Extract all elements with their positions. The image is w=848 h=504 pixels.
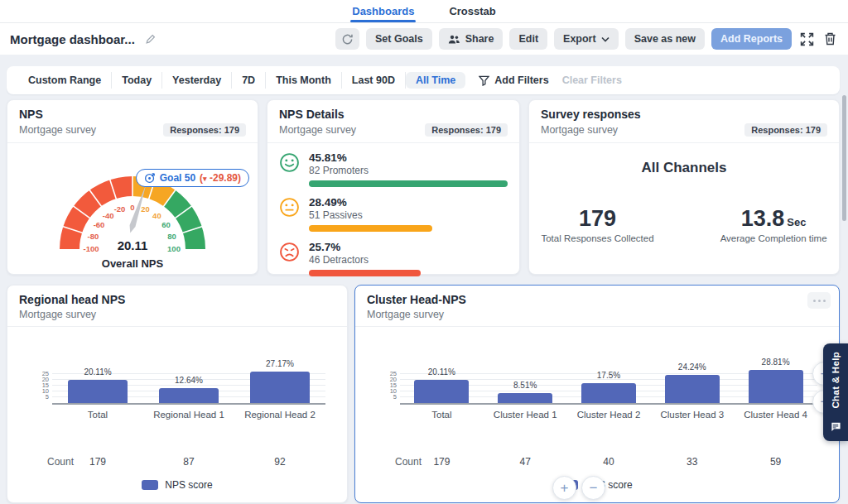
svg-text:-40: -40 bbox=[103, 211, 114, 220]
count-value: 59 bbox=[734, 456, 817, 468]
nps-card: NPS Mortgage survey Responses: 179 Goal … bbox=[7, 99, 258, 275]
goal-target-icon bbox=[144, 172, 156, 184]
chart-zoom-in-button[interactable]: + bbox=[552, 476, 576, 500]
add-filters-button[interactable]: Add Filters bbox=[479, 74, 548, 86]
survey-responses-title: Survey responses bbox=[541, 108, 827, 121]
bar-value-label: 8.51% bbox=[513, 381, 537, 390]
range-yesterday[interactable]: Yesterday bbox=[162, 72, 232, 89]
survey-responses-subtitle: Mortgage survey bbox=[541, 124, 618, 136]
svg-text:-80: -80 bbox=[88, 232, 99, 241]
range-custom-range[interactable]: Custom Range bbox=[18, 72, 112, 89]
bar-cluster-head-2[interactable]: 17.5% bbox=[581, 383, 636, 404]
range-today[interactable]: Today bbox=[112, 72, 162, 89]
count-value: 87 bbox=[143, 456, 234, 468]
svg-text:100: 100 bbox=[167, 244, 181, 253]
svg-text:80: 80 bbox=[167, 232, 176, 241]
svg-text:60: 60 bbox=[161, 220, 171, 229]
range-all-time[interactable]: All Time bbox=[406, 72, 465, 89]
nps-detail-row: 28.49%51 Passives bbox=[279, 196, 508, 232]
detail-bar[interactable] bbox=[309, 225, 432, 232]
survey-responses-badge: Responses: 179 bbox=[744, 123, 827, 137]
y-axis-tick: 20 bbox=[375, 377, 397, 382]
bar-cluster-head-3[interactable]: 24.24% bbox=[665, 375, 720, 403]
nps-details-card: NPS Details Mortgage survey Responses: 1… bbox=[267, 99, 520, 275]
y-axis-tick: 5 bbox=[375, 395, 397, 400]
refresh-icon bbox=[341, 33, 354, 46]
bar-cluster-head-4[interactable]: 28.81% bbox=[749, 370, 803, 403]
detail-percent: 25.7% bbox=[309, 241, 508, 253]
legend-label: NPS score bbox=[165, 479, 212, 491]
detail-bar[interactable] bbox=[309, 180, 508, 187]
regional-legend: NPS score bbox=[24, 479, 330, 491]
y-axis-tick: 5 bbox=[27, 395, 49, 400]
range-last-90d[interactable]: Last 90D bbox=[342, 72, 406, 89]
export-button[interactable]: Export bbox=[554, 28, 619, 50]
y-axis-tick: 10 bbox=[375, 389, 397, 394]
share-people-icon bbox=[448, 34, 460, 45]
range-this-month[interactable]: This Month bbox=[266, 72, 342, 89]
count-value: 92 bbox=[234, 456, 325, 468]
fullscreen-expand-icon[interactable] bbox=[798, 31, 816, 48]
svg-text:40: 40 bbox=[152, 211, 161, 220]
detail-bar[interactable] bbox=[309, 270, 421, 276]
svg-text:20: 20 bbox=[141, 204, 150, 214]
add-reports-button[interactable]: Add Reports bbox=[711, 28, 792, 50]
total-responses-label: Total Responses Collected bbox=[541, 233, 653, 243]
avg-completion-stat: 13.8Sec Average Completion time bbox=[720, 206, 827, 243]
cluster-card-title: Cluster Head-NPS bbox=[367, 293, 827, 306]
y-axis-tick: 20 bbox=[27, 377, 49, 382]
save-as-new-button[interactable]: Save as new bbox=[625, 28, 705, 50]
edit-button[interactable]: Edit bbox=[509, 28, 547, 50]
x-axis-label: Cluster Head 1 bbox=[484, 410, 567, 420]
filter-bar: Custom RangeTodayYesterday7DThis MonthLa… bbox=[7, 66, 840, 94]
count-value: 47 bbox=[484, 456, 567, 468]
bar-total[interactable]: 20.11% bbox=[414, 380, 469, 403]
nps-details-rows: 45.81%82 Promoters28.49%51 Passives25.7%… bbox=[267, 143, 519, 276]
chat-bubble-icon bbox=[831, 420, 841, 435]
count-value: 40 bbox=[567, 456, 651, 468]
nps-details-subtitle: Mortgage survey bbox=[279, 124, 356, 136]
tab-dashboards[interactable]: Dashboards bbox=[350, 1, 416, 22]
vertical-scrollbar[interactable] bbox=[842, 95, 846, 221]
detractor-smiley-icon bbox=[279, 242, 300, 262]
edit-title-pencil-icon[interactable] bbox=[143, 31, 158, 46]
bar-regional-head-2[interactable]: 27.17% bbox=[250, 372, 310, 403]
chevron-down-icon bbox=[601, 36, 610, 42]
range-7d[interactable]: 7D bbox=[232, 72, 266, 89]
clear-filters-button[interactable]: Clear Filters bbox=[562, 74, 622, 86]
x-axis-label: Cluster Head 3 bbox=[650, 410, 734, 420]
nps-card-title: NPS bbox=[19, 108, 246, 121]
dashboard-title: Mortgage dashboar... bbox=[10, 32, 135, 46]
chart-zoom-out-button[interactable]: − bbox=[581, 476, 605, 500]
set-goals-button[interactable]: Set Goals bbox=[366, 28, 432, 50]
regional-card-subtitle: Mortgage survey bbox=[19, 309, 96, 320]
goal-label: Goal 50 bbox=[160, 172, 195, 184]
share-button[interactable]: Share bbox=[439, 28, 504, 50]
regional-head-nps-card: Regional head NPS Mortgage survey 510152… bbox=[7, 285, 348, 503]
cluster-bar-chart: 51015202520.11%8.51%17.5%24.24%28.81% To… bbox=[355, 370, 839, 491]
quick-ranges: Custom RangeTodayYesterday7DThis MonthLa… bbox=[18, 72, 465, 89]
count-row-label: Count bbox=[395, 456, 422, 468]
count-row-label: Count bbox=[47, 456, 74, 468]
goal-pill[interactable]: Goal 50 (▾ -29.89) bbox=[136, 169, 249, 187]
refresh-button[interactable] bbox=[335, 28, 359, 50]
dashboard-content: Custom RangeTodayYesterday7DThis MonthLa… bbox=[0, 55, 848, 503]
cluster-head-nps-card: Cluster Head-NPS Mortgage survey 5101520… bbox=[354, 285, 840, 503]
regional-card-title: Regional head NPS bbox=[19, 293, 335, 306]
bar-value-label: 20.11% bbox=[84, 367, 111, 377]
total-responses-stat: 179 Total Responses Collected bbox=[541, 206, 653, 243]
bar-total[interactable]: 20.11% bbox=[68, 380, 128, 403]
bar-value-label: 27.17% bbox=[266, 359, 294, 368]
chat-help-tab[interactable]: Chat & Help bbox=[823, 343, 848, 441]
bar-value-label: 17.5% bbox=[597, 371, 620, 380]
tab-crosstab[interactable]: Crosstab bbox=[447, 1, 497, 22]
y-axis-tick: 25 bbox=[27, 372, 49, 377]
bar-value-label: 28.81% bbox=[762, 358, 790, 367]
delete-dashboard-trash-icon[interactable] bbox=[822, 31, 838, 47]
goal-delta: (▾ -29.89) bbox=[200, 172, 241, 184]
detail-label: 46 Detractors bbox=[309, 254, 508, 266]
card-options-menu-icon[interactable] bbox=[807, 292, 831, 309]
x-axis-label: Total bbox=[52, 410, 143, 420]
bar-regional-head-1[interactable]: 12.64% bbox=[159, 388, 219, 403]
bar-cluster-head-1[interactable]: 8.51% bbox=[498, 393, 552, 403]
